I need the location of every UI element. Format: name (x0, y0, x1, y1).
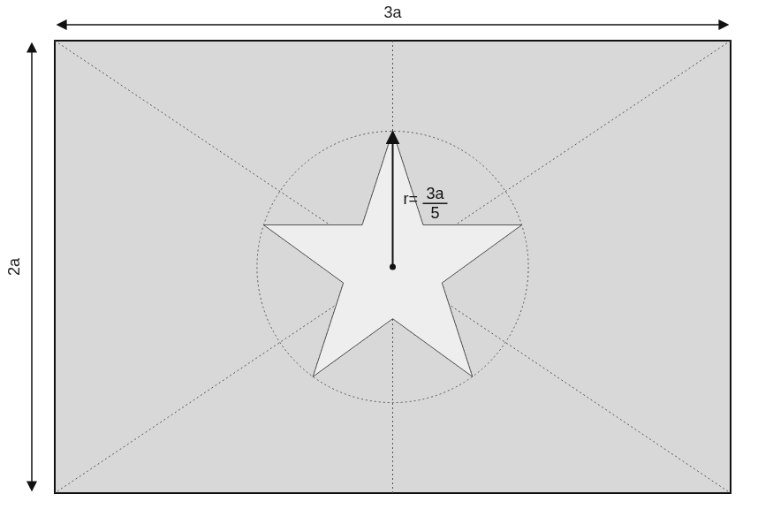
radius-numerator-text: 3a (426, 185, 444, 202)
height-dimension-label: 2a (5, 257, 23, 276)
radius-denominator-text: 5 (430, 204, 439, 222)
width-dimension-label: 3a (383, 4, 402, 21)
radius-prefix-text: r= (404, 190, 419, 208)
flag-construction-diagram: r= 3a 5 3a 2a (0, 0, 758, 532)
